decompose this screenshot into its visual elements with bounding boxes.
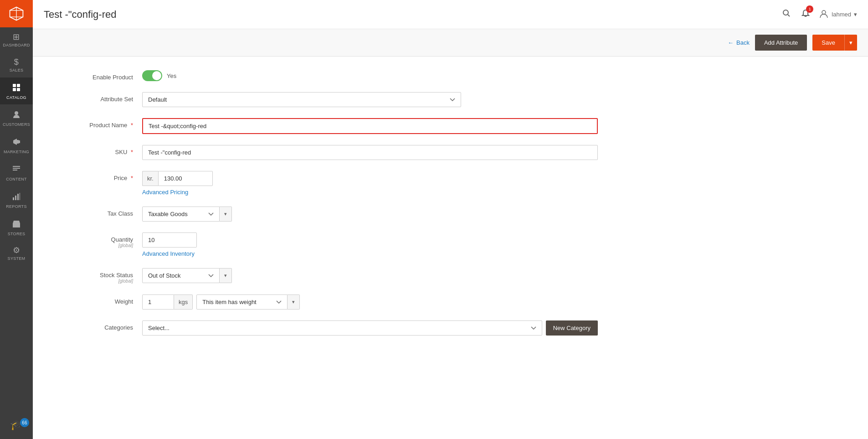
top-header: Test -"config-red 1 [33, 0, 868, 29]
user-name: lahmed [832, 11, 851, 18]
svg-rect-10 [13, 197, 14, 200]
stores-icon [12, 219, 21, 230]
stock-status-select[interactable]: In Stock Out of Stock [142, 268, 220, 283]
sidebar-item-dashboard[interactable]: ⊞ DASHBOARD [0, 27, 33, 52]
stock-status-label: Stock Status [global] [51, 268, 142, 284]
sidebar-item-label-sales: SALES [10, 68, 24, 73]
sidebar-item-catalog[interactable]: CATALOG [0, 77, 33, 105]
tax-class-dropdown-arrow[interactable]: ▾ [220, 207, 232, 222]
sidebar-item-label-stores: STORES [8, 232, 26, 237]
weight-unit: kgs [174, 294, 193, 310]
sales-icon: $ [14, 58, 19, 66]
save-button[interactable]: Save [812, 35, 844, 51]
categories-control: Select... New Category [142, 320, 598, 336]
enable-product-label: Enable Product [51, 70, 142, 81]
save-dropdown-button[interactable]: ▾ [844, 35, 857, 51]
sidebar-item-label-system: SYSTEM [8, 256, 26, 261]
action-bar: ← Back Add Attribute Save ▾ [33, 29, 868, 57]
save-button-group: Save ▾ [812, 35, 857, 51]
price-label: Price * [51, 171, 142, 181]
page-title: Test -"config-red [44, 9, 116, 21]
quantity-label: Quantity [global] [51, 232, 142, 248]
stock-status-dropdown-arrow[interactable]: ▾ [220, 268, 232, 283]
svg-rect-3 [17, 88, 20, 91]
advanced-inventory-link[interactable]: Advanced Inventory [142, 250, 598, 257]
product-name-required: * [131, 122, 133, 129]
attribute-set-label: Attribute Set [51, 92, 142, 103]
user-menu[interactable]: lahmed ▾ [819, 9, 857, 20]
sku-row: SKU * [51, 145, 598, 160]
attribute-set-row: Attribute Set Default Bottom Top [51, 92, 598, 107]
sidebar-logo [0, 0, 33, 27]
attribute-set-control: Default Bottom Top [142, 92, 461, 107]
svg-rect-9 [13, 170, 17, 170]
svg-rect-0 [13, 84, 16, 87]
sku-label: SKU * [51, 145, 142, 155]
add-attribute-button[interactable]: Add Attribute [755, 35, 807, 51]
sidebar-item-label-marketing: MARKETING [4, 150, 29, 155]
weight-input[interactable] [142, 294, 174, 310]
categories-select[interactable]: Select... [142, 320, 542, 336]
sidebar-item-reports[interactable]: REPORTS [0, 186, 33, 214]
sidebar-item-label-reports: REPORTS [6, 204, 26, 209]
price-required: * [131, 175, 133, 181]
enable-product-control: Yes [142, 70, 598, 81]
notification-badge: 1 [806, 5, 813, 13]
quantity-input[interactable] [142, 232, 197, 248]
weight-type-select-wrap: This item has weight This item has no we… [196, 294, 300, 310]
sidebar: ⊞ DASHBOARD $ SALES CATALOG CUSTOMERS [0, 0, 33, 439]
main-content: Test -"config-red 1 [33, 0, 868, 439]
back-arrow-icon: ← [728, 39, 734, 46]
enable-product-toggle-wrap: Yes [142, 70, 598, 81]
back-label: Back [736, 39, 750, 46]
new-category-button[interactable]: New Category [546, 320, 598, 336]
sidebar-item-label-dashboard: DASHBOARD [3, 43, 30, 48]
content-icon [12, 165, 21, 175]
quantity-sublabel: [global] [51, 243, 133, 248]
weight-wrap: kgs This item has weight This item has n… [142, 294, 598, 310]
weight-type-dropdown-arrow[interactable]: ▾ [288, 294, 300, 310]
reports-icon [12, 192, 21, 202]
svg-rect-8 [13, 168, 20, 169]
quantity-row: Quantity [global] Advanced Inventory [51, 232, 598, 257]
price-control: kr. Advanced Pricing [142, 171, 598, 196]
sku-control [142, 145, 598, 160]
svg-rect-2 [13, 88, 16, 91]
price-input[interactable] [158, 171, 213, 186]
product-name-highlight [142, 118, 598, 134]
customers-icon [12, 110, 21, 120]
svg-point-4 [15, 111, 18, 115]
weight-type-select[interactable]: This item has weight This item has no we… [196, 294, 288, 310]
search-button[interactable] [781, 7, 792, 21]
dashboard-icon: ⊞ [13, 33, 20, 41]
enable-product-toggle[interactable] [142, 70, 162, 81]
sidebar-item-education[interactable]: 66 🎓 [0, 414, 33, 434]
svg-rect-12 [17, 194, 19, 200]
advanced-pricing-link[interactable]: Advanced Pricing [142, 189, 598, 196]
tax-class-select[interactable]: None Taxable Goods [142, 207, 220, 222]
product-name-input[interactable] [144, 120, 596, 132]
product-form: Enable Product Yes Attribute Set Default… [51, 70, 598, 336]
weight-control: kgs This item has weight This item has n… [142, 294, 598, 310]
sidebar-item-marketing[interactable]: MARKETING [0, 132, 33, 159]
sidebar-item-label-content: CONTENT [6, 177, 27, 182]
sidebar-item-content[interactable]: CONTENT [0, 159, 33, 186]
product-name-label: Product Name * [51, 118, 142, 129]
enable-product-row: Enable Product Yes [51, 70, 598, 81]
price-input-wrap: kr. [142, 171, 598, 186]
sidebar-item-system[interactable]: ⚙ SYSTEM [0, 241, 33, 266]
save-dropdown-icon: ▾ [849, 39, 853, 46]
back-button[interactable]: ← Back [728, 39, 750, 46]
sidebar-item-stores[interactable]: STORES [0, 214, 33, 241]
sidebar-item-customers[interactable]: CUSTOMERS [0, 104, 33, 132]
content-area: Enable Product Yes Attribute Set Default… [33, 57, 868, 439]
attribute-set-select[interactable]: Default Bottom Top [142, 92, 461, 107]
tax-class-select-wrap: None Taxable Goods ▾ [142, 207, 598, 222]
svg-point-16 [783, 10, 788, 15]
svg-point-17 [822, 10, 826, 14]
sidebar-item-sales[interactable]: $ SALES [0, 52, 33, 77]
sku-input[interactable] [142, 145, 598, 160]
sku-required: * [131, 149, 133, 155]
svg-rect-13 [20, 193, 20, 200]
sidebar-bottom: 66 🎓 [0, 414, 33, 439]
